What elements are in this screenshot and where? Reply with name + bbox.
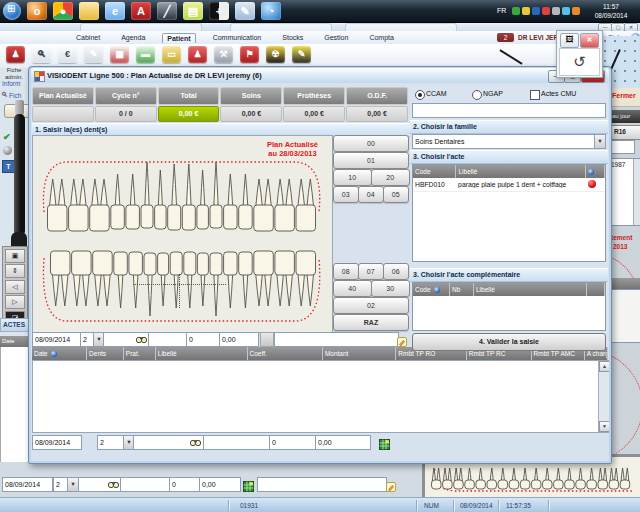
family-select[interactable]: Soins Dentaires▼ (412, 134, 606, 149)
tray-icon[interactable] (522, 7, 530, 15)
fiche-link[interactable]: Fich (9, 92, 21, 99)
comp-act-table[interactable]: CodeNbLibellé (412, 282, 606, 331)
sticky-notes-icon[interactable]: ▤ (183, 2, 203, 20)
tray-icon[interactable] (552, 7, 560, 15)
bg-comment-field[interactable] (257, 477, 387, 492)
au-jour-button[interactable]: au jour (609, 110, 640, 123)
tooth-button-05[interactable]: 05 (383, 186, 409, 203)
options-icon[interactable]: ⚒ (214, 46, 233, 63)
grid-icon[interactable] (243, 478, 255, 490)
summary-header[interactable]: O.D.F. (346, 87, 408, 105)
ccam-radio[interactable] (415, 90, 425, 100)
menu-item-agenda[interactable]: Agenda (117, 33, 149, 42)
menu-item-compta[interactable]: Compta (365, 33, 398, 42)
lecture-icon[interactable]: ▭ (162, 46, 181, 63)
menu-item-patient[interactable]: Patient (162, 33, 195, 43)
lower-teeth[interactable] (40, 246, 324, 330)
bottom-field[interactable] (203, 435, 271, 450)
actes-icon[interactable]: ⚑ (240, 46, 259, 63)
pdf-icon[interactable]: A (131, 2, 151, 20)
chrome-icon[interactable]: ● (53, 2, 73, 20)
bg-search-field[interactable] (78, 477, 122, 492)
dialog-titlebar[interactable]: VISIODENT Ligne 500 : Plan Actualisé de … (31, 68, 609, 83)
bottom-qty-field[interactable]: 0 (269, 435, 317, 450)
bottom-search-field[interactable] (133, 435, 205, 450)
teeth-chart[interactable]: Plan Actualisé au 28/03/2013 (32, 135, 333, 333)
binoculars-icon[interactable] (190, 438, 202, 450)
entry-comment-field[interactable] (274, 332, 399, 347)
wmp-icon[interactable]: o (27, 2, 47, 20)
tooth-button-20[interactable]: 20 (371, 169, 410, 186)
tooth-button-01[interactable]: 01 (333, 152, 409, 169)
capture-icon[interactable]: + (209, 2, 229, 20)
summary-header[interactable]: Soins (220, 87, 282, 105)
menu-item-gestion[interactable]: Gestion (320, 33, 352, 42)
tray-icon[interactable] (562, 7, 570, 15)
actes-cmu-checkbox[interactable] (530, 90, 540, 100)
draw-icon[interactable]: ✎ (235, 2, 255, 20)
euro-icon[interactable]: € (58, 46, 77, 63)
summary-header[interactable]: Plan Actualisé (32, 87, 94, 105)
sort-icon[interactable] (51, 351, 57, 357)
date-column-header[interactable]: Date (0, 336, 28, 347)
next-button[interactable]: ▷ (5, 295, 25, 309)
rotate-tool-icon[interactable]: ↺ (559, 48, 600, 76)
tooth-button-08[interactable]: 08 (333, 263, 359, 280)
tooth-button-07[interactable]: 07 (358, 263, 384, 280)
binoculars-icon[interactable] (136, 335, 148, 347)
sphere-app-icon[interactable]: ◔ (261, 2, 281, 20)
scrollbar[interactable] (633, 159, 640, 225)
summary-header[interactable]: Total (158, 87, 220, 105)
resize-button[interactable]: ⇕ (5, 264, 25, 278)
r16-button[interactable]: R16 (609, 125, 640, 140)
info-link[interactable]: Inform (2, 80, 20, 87)
folder-icon[interactable] (79, 2, 99, 20)
entry-praticien-select[interactable]: 2▼ (80, 332, 105, 347)
entry-spacer-button[interactable] (260, 332, 274, 347)
acts-table-scrollbar[interactable]: ▲ ▼ (598, 361, 609, 432)
prothese-icon[interactable]: ▦ (110, 46, 129, 63)
actes-header[interactable]: ACTES (0, 318, 28, 332)
tooth-button-06[interactable]: 06 (383, 263, 409, 280)
tray-icon[interactable] (532, 7, 540, 15)
tooth-button-30[interactable]: 30 (371, 280, 410, 297)
start-button-icon[interactable] (3, 2, 21, 20)
palette-close-icon[interactable]: ✕ (580, 33, 599, 48)
background-field[interactable] (609, 140, 635, 154)
comp-col-header[interactable]: Code (413, 283, 450, 296)
acts-col-header[interactable]: Libellé (156, 347, 248, 360)
list-item[interactable]: 1987 (611, 161, 625, 168)
tooth-button-04[interactable]: 04 (358, 186, 384, 203)
bg-qty-field[interactable]: 0 (169, 477, 201, 492)
menu-item-communication[interactable]: Communication (209, 33, 266, 42)
tooth-button-40[interactable]: 40 (333, 280, 372, 297)
notification-badge[interactable]: 2 (497, 33, 514, 42)
entry-date-field[interactable]: 08/09/2014 (32, 332, 82, 347)
taskbar-clock[interactable]: 11:57 08/09/2014 (585, 2, 637, 20)
act-search-input[interactable] (412, 103, 606, 118)
upper-teeth[interactable] (40, 146, 324, 240)
tray-icon[interactable] (572, 7, 580, 15)
ngap-radio[interactable] (472, 90, 482, 100)
scroll-down-icon[interactable]: ▼ (599, 421, 609, 432)
comp-col-header[interactable]: Libellé (474, 283, 587, 296)
comp-col-header[interactable]: Nb (450, 283, 474, 296)
bg-amount-field[interactable]: 0,00 (199, 477, 241, 492)
validate-button[interactable]: 4. Valider la saisie (412, 333, 606, 351)
scroll-up-icon[interactable]: ▲ (599, 361, 609, 372)
bottom-date-field[interactable]: 08/09/2014 (32, 435, 82, 450)
acts-col-header[interactable]: Date (32, 347, 87, 360)
sort-icon[interactable] (434, 287, 440, 293)
ordonnance-icon[interactable]: ✎ (84, 46, 103, 63)
entry-field[interactable] (148, 332, 188, 347)
sort-icon[interactable] (588, 169, 594, 175)
tooth-button-10[interactable]: 10 (333, 169, 372, 186)
menu-item-stocks[interactable]: Stocks (278, 33, 307, 42)
tray-icon[interactable] (512, 7, 520, 15)
bottom-amount-field[interactable]: 0,00 (315, 435, 371, 450)
toolbar-label-fiche-admin[interactable]: Fiche admin. (0, 67, 28, 81)
grid-icon[interactable] (379, 436, 391, 448)
act-row[interactable]: HBFD010parage plaie pulpe 1 dent + coiff… (413, 178, 605, 192)
menu-item-cabinet[interactable]: Cabinet (72, 33, 104, 42)
acts-col-header[interactable]: Prat. (124, 347, 156, 360)
